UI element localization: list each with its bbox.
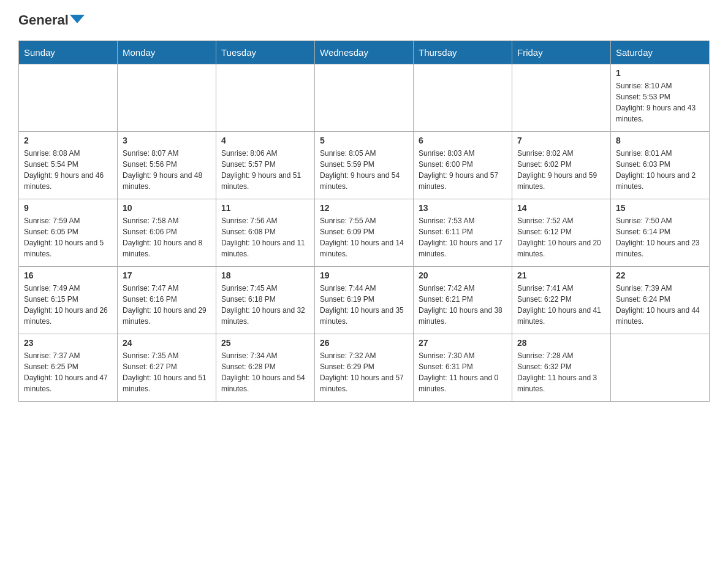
calendar-cell: 5Sunrise: 8:05 AM Sunset: 5:59 PM Daylig… <box>315 132 414 199</box>
day-info: Sunrise: 7:50 AM Sunset: 6:14 PM Dayligh… <box>616 215 704 259</box>
calendar-cell: 13Sunrise: 7:53 AM Sunset: 6:11 PM Dayli… <box>414 199 512 267</box>
calendar-cell: 10Sunrise: 7:58 AM Sunset: 6:06 PM Dayli… <box>118 199 216 267</box>
day-number: 11 <box>221 203 309 213</box>
calendar-cell <box>19 64 118 132</box>
day-number: 24 <box>123 338 211 348</box>
calendar-cell <box>118 64 216 132</box>
day-info: Sunrise: 7:53 AM Sunset: 6:11 PM Dayligh… <box>419 215 507 259</box>
calendar-cell <box>611 334 710 402</box>
calendar-cell: 26Sunrise: 7:32 AM Sunset: 6:29 PM Dayli… <box>315 334 414 402</box>
calendar-header-row: SundayMondayTuesdayWednesdayThursdayFrid… <box>19 41 710 64</box>
day-info: Sunrise: 7:45 AM Sunset: 6:18 PM Dayligh… <box>221 283 309 327</box>
day-info: Sunrise: 7:37 AM Sunset: 6:25 PM Dayligh… <box>24 350 112 394</box>
day-number: 5 <box>320 136 408 145</box>
day-info: Sunrise: 7:35 AM Sunset: 6:27 PM Dayligh… <box>123 350 211 394</box>
calendar-week-2: 2Sunrise: 8:08 AM Sunset: 5:54 PM Daylig… <box>19 132 710 199</box>
calendar-week-5: 23Sunrise: 7:37 AM Sunset: 6:25 PM Dayli… <box>19 334 710 402</box>
calendar-cell: 27Sunrise: 7:30 AM Sunset: 6:31 PM Dayli… <box>414 334 512 402</box>
calendar-table: SundayMondayTuesdayWednesdayThursdayFrid… <box>18 40 710 402</box>
logo-general: General <box>18 12 69 28</box>
day-number: 22 <box>616 270 704 280</box>
day-number: 3 <box>123 136 211 145</box>
calendar-cell: 15Sunrise: 7:50 AM Sunset: 6:14 PM Dayli… <box>611 199 710 267</box>
calendar-cell: 18Sunrise: 7:45 AM Sunset: 6:18 PM Dayli… <box>216 267 315 334</box>
day-info: Sunrise: 7:56 AM Sunset: 6:08 PM Dayligh… <box>221 215 309 259</box>
calendar-header-tuesday: Tuesday <box>216 41 315 64</box>
calendar-cell <box>414 64 512 132</box>
day-number: 20 <box>419 270 507 280</box>
day-info: Sunrise: 7:44 AM Sunset: 6:19 PM Dayligh… <box>320 283 408 327</box>
calendar-cell: 3Sunrise: 8:07 AM Sunset: 5:56 PM Daylig… <box>118 132 216 199</box>
day-info: Sunrise: 7:52 AM Sunset: 6:12 PM Dayligh… <box>517 215 605 259</box>
day-info: Sunrise: 7:28 AM Sunset: 6:32 PM Dayligh… <box>517 350 605 394</box>
calendar-cell: 8Sunrise: 8:01 AM Sunset: 6:03 PM Daylig… <box>611 132 710 199</box>
calendar-cell: 28Sunrise: 7:28 AM Sunset: 6:32 PM Dayli… <box>512 334 611 402</box>
day-info: Sunrise: 7:42 AM Sunset: 6:21 PM Dayligh… <box>419 283 507 327</box>
calendar-week-1: 1Sunrise: 8:10 AM Sunset: 5:53 PM Daylig… <box>19 64 710 132</box>
day-info: Sunrise: 8:02 AM Sunset: 6:02 PM Dayligh… <box>517 148 605 192</box>
calendar-cell: 19Sunrise: 7:44 AM Sunset: 6:19 PM Dayli… <box>315 267 414 334</box>
calendar-cell: 21Sunrise: 7:41 AM Sunset: 6:22 PM Dayli… <box>512 267 611 334</box>
day-info: Sunrise: 7:55 AM Sunset: 6:09 PM Dayligh… <box>320 215 408 259</box>
day-info: Sunrise: 8:01 AM Sunset: 6:03 PM Dayligh… <box>616 148 704 192</box>
day-number: 28 <box>517 338 605 348</box>
day-number: 12 <box>320 203 408 213</box>
day-number: 17 <box>123 270 211 280</box>
calendar-cell <box>315 64 414 132</box>
day-number: 27 <box>419 338 507 348</box>
day-number: 4 <box>221 136 309 145</box>
day-info: Sunrise: 7:41 AM Sunset: 6:22 PM Dayligh… <box>517 283 605 327</box>
day-info: Sunrise: 7:34 AM Sunset: 6:28 PM Dayligh… <box>221 350 309 394</box>
calendar-header-friday: Friday <box>512 41 611 64</box>
calendar-week-4: 16Sunrise: 7:49 AM Sunset: 6:15 PM Dayli… <box>19 267 710 334</box>
calendar-header-thursday: Thursday <box>414 41 512 64</box>
day-info: Sunrise: 7:32 AM Sunset: 6:29 PM Dayligh… <box>320 350 408 394</box>
calendar-cell: 20Sunrise: 7:42 AM Sunset: 6:21 PM Dayli… <box>414 267 512 334</box>
day-number: 1 <box>616 68 704 78</box>
day-number: 26 <box>320 338 408 348</box>
day-info: Sunrise: 7:59 AM Sunset: 6:05 PM Dayligh… <box>24 215 112 259</box>
day-info: Sunrise: 8:08 AM Sunset: 5:54 PM Dayligh… <box>24 148 112 192</box>
calendar-header-monday: Monday <box>118 41 216 64</box>
day-number: 9 <box>24 203 112 213</box>
logo-arrow-icon <box>70 15 85 23</box>
day-number: 2 <box>24 136 112 145</box>
logo: General <box>18 12 85 28</box>
calendar-cell: 23Sunrise: 7:37 AM Sunset: 6:25 PM Dayli… <box>19 334 118 402</box>
calendar-week-3: 9Sunrise: 7:59 AM Sunset: 6:05 PM Daylig… <box>19 199 710 267</box>
day-info: Sunrise: 8:10 AM Sunset: 5:53 PM Dayligh… <box>616 80 704 124</box>
calendar-cell: 22Sunrise: 7:39 AM Sunset: 6:24 PM Dayli… <box>611 267 710 334</box>
day-info: Sunrise: 8:03 AM Sunset: 6:00 PM Dayligh… <box>419 148 507 192</box>
calendar-cell: 24Sunrise: 7:35 AM Sunset: 6:27 PM Dayli… <box>118 334 216 402</box>
day-number: 7 <box>517 136 605 145</box>
calendar-cell: 9Sunrise: 7:59 AM Sunset: 6:05 PM Daylig… <box>19 199 118 267</box>
calendar-cell <box>216 64 315 132</box>
day-info: Sunrise: 8:06 AM Sunset: 5:57 PM Dayligh… <box>221 148 309 192</box>
calendar-header-sunday: Sunday <box>19 41 118 64</box>
day-info: Sunrise: 8:07 AM Sunset: 5:56 PM Dayligh… <box>123 148 211 192</box>
day-number: 8 <box>616 136 704 145</box>
day-info: Sunrise: 7:58 AM Sunset: 6:06 PM Dayligh… <box>123 215 211 259</box>
day-info: Sunrise: 7:30 AM Sunset: 6:31 PM Dayligh… <box>419 350 507 394</box>
day-info: Sunrise: 7:47 AM Sunset: 6:16 PM Dayligh… <box>123 283 211 327</box>
calendar-cell: 14Sunrise: 7:52 AM Sunset: 6:12 PM Dayli… <box>512 199 611 267</box>
calendar-header-wednesday: Wednesday <box>315 41 414 64</box>
calendar-cell <box>512 64 611 132</box>
calendar-cell: 16Sunrise: 7:49 AM Sunset: 6:15 PM Dayli… <box>19 267 118 334</box>
day-number: 23 <box>24 338 112 348</box>
calendar-cell: 1Sunrise: 8:10 AM Sunset: 5:53 PM Daylig… <box>611 64 710 132</box>
page-header: General <box>18 12 710 28</box>
day-number: 18 <box>221 270 309 280</box>
calendar-cell: 7Sunrise: 8:02 AM Sunset: 6:02 PM Daylig… <box>512 132 611 199</box>
day-number: 19 <box>320 270 408 280</box>
day-number: 13 <box>419 203 507 213</box>
day-number: 6 <box>419 136 507 145</box>
day-number: 21 <box>517 270 605 280</box>
day-info: Sunrise: 8:05 AM Sunset: 5:59 PM Dayligh… <box>320 148 408 192</box>
calendar-cell: 17Sunrise: 7:47 AM Sunset: 6:16 PM Dayli… <box>118 267 216 334</box>
day-number: 10 <box>123 203 211 213</box>
calendar-cell: 4Sunrise: 8:06 AM Sunset: 5:57 PM Daylig… <box>216 132 315 199</box>
day-number: 16 <box>24 270 112 280</box>
day-number: 25 <box>221 338 309 348</box>
calendar-cell: 2Sunrise: 8:08 AM Sunset: 5:54 PM Daylig… <box>19 132 118 199</box>
